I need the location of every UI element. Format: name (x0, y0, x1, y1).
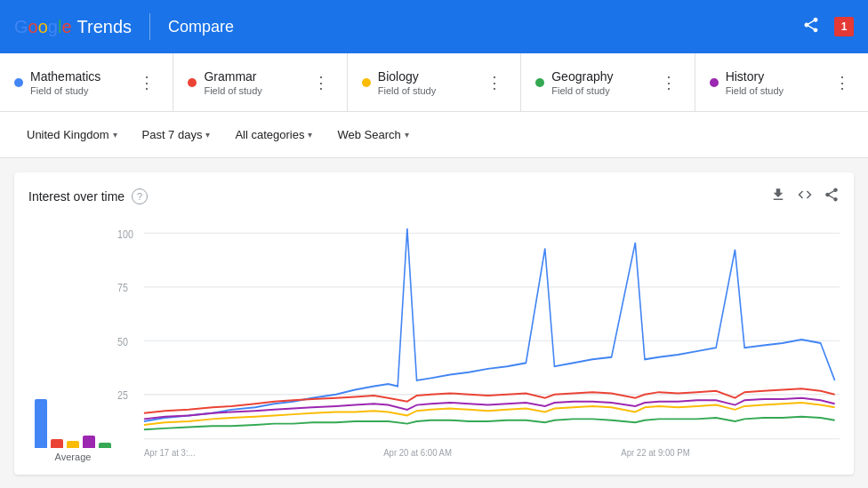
term-content-history: History Field of study (726, 69, 831, 96)
chart-card: Interest over time ? (14, 172, 854, 475)
avg-bars (35, 386, 111, 448)
term-name-grammar: Grammar (204, 69, 309, 84)
term-dot-geography (535, 78, 544, 87)
time-label: Past 7 days (142, 128, 203, 141)
search-type-chevron-icon: ▾ (405, 130, 409, 140)
chart-area: Average 100 75 50 25 (28, 217, 840, 462)
term-more-grammar[interactable]: ⋮ (309, 71, 333, 94)
term-name-history: History (726, 69, 831, 84)
chart-main: 100 75 50 25 Apr 17 at 3:... (117, 217, 840, 462)
google-logo: Google (14, 17, 72, 37)
chart-left: Average (28, 217, 117, 462)
term-dot-grammar (188, 78, 197, 87)
term-geography: Geography Field of study ⋮ (521, 53, 695, 111)
embed-icon[interactable] (797, 187, 813, 206)
term-more-geography[interactable]: ⋮ (657, 71, 680, 94)
term-content-mathematics: Mathematics Field of study (30, 69, 135, 96)
app-header: Google Trends Compare 1 (0, 0, 868, 53)
svg-text:Apr 20 at 6:00 AM: Apr 20 at 6:00 AM (383, 446, 452, 458)
term-type-history: Field of study (726, 85, 831, 96)
region-filter[interactable]: United Kingdom ▾ (18, 123, 126, 147)
term-dot-history (710, 78, 719, 87)
avg-bar-mathematics (35, 399, 47, 448)
time-filter[interactable]: Past 7 days ▾ (133, 123, 220, 147)
help-icon[interactable]: ? (132, 188, 148, 204)
time-chevron-icon: ▾ (205, 130, 210, 140)
share-icon[interactable] (802, 16, 820, 38)
region-label: United Kingdom (27, 128, 109, 141)
trends-label: Trends (77, 17, 133, 37)
category-label: All categories (235, 128, 304, 141)
svg-text:25: 25 (117, 388, 128, 402)
chart-title-area: Interest over time ? (28, 188, 148, 204)
term-type-mathematics: Field of study (30, 85, 135, 96)
term-more-mathematics[interactable]: ⋮ (135, 71, 158, 94)
google-trends-logo: Google Trends (14, 17, 132, 37)
main-content: Interest over time ? (0, 158, 868, 488)
term-name-biology: Biology (378, 69, 483, 84)
category-filter[interactable]: All categories ▾ (226, 123, 321, 147)
svg-text:Apr 22 at 9:00 PM: Apr 22 at 9:00 PM (621, 446, 689, 458)
svg-text:100: 100 (117, 228, 133, 241)
chart-title: Interest over time (28, 189, 125, 204)
svg-text:Apr 17 at 3:...: Apr 17 at 3:... (144, 446, 196, 458)
term-mathematics: Mathematics Field of study ⋮ (0, 53, 173, 111)
avg-bar-geography (99, 443, 111, 448)
avg-bar-grammar (51, 439, 63, 448)
term-dot-mathematics (14, 78, 23, 87)
svg-text:75: 75 (117, 281, 128, 294)
header-icons: 1 (802, 16, 854, 38)
chart-svg: 100 75 50 25 Apr 17 at 3:... (117, 217, 840, 462)
term-grammar: Grammar Field of study ⋮ (173, 53, 347, 111)
avg-bar-biology (67, 441, 79, 448)
search-type-filter[interactable]: Web Search ▾ (328, 123, 417, 147)
term-content-geography: Geography Field of study (551, 69, 656, 96)
region-chevron-icon: ▾ (113, 130, 117, 140)
term-more-biology[interactable]: ⋮ (483, 71, 506, 94)
avg-label: Average (55, 452, 92, 462)
share-chart-icon[interactable] (824, 187, 840, 206)
term-type-grammar: Field of study (204, 85, 309, 96)
term-more-history[interactable]: ⋮ (831, 71, 854, 94)
term-content-biology: Biology Field of study (378, 69, 483, 96)
category-chevron-icon: ▾ (308, 130, 312, 140)
download-icon[interactable] (770, 187, 786, 206)
term-name-mathematics: Mathematics (30, 69, 135, 84)
term-type-geography: Field of study (551, 85, 656, 96)
avg-bar-history (83, 436, 95, 448)
header-left: Google Trends Compare (14, 13, 234, 40)
term-dot-biology (362, 78, 371, 87)
header-divider (149, 13, 150, 40)
search-type-label: Web Search (337, 128, 400, 141)
term-biology: Biology Field of study ⋮ (348, 53, 521, 111)
feedback-badge[interactable]: 1 (834, 17, 854, 36)
term-name-geography: Geography (551, 69, 656, 84)
chart-actions (770, 187, 840, 206)
terms-bar: Mathematics Field of study ⋮ Grammar Fie… (0, 53, 868, 112)
term-history: History Field of study ⋮ (695, 53, 868, 111)
chart-header: Interest over time ? (28, 187, 840, 206)
svg-text:50: 50 (117, 335, 128, 348)
compare-label: Compare (168, 18, 234, 36)
filters-bar: United Kingdom ▾ Past 7 days ▾ All categ… (0, 112, 868, 158)
term-type-biology: Field of study (378, 85, 483, 96)
term-content-grammar: Grammar Field of study (204, 69, 309, 96)
